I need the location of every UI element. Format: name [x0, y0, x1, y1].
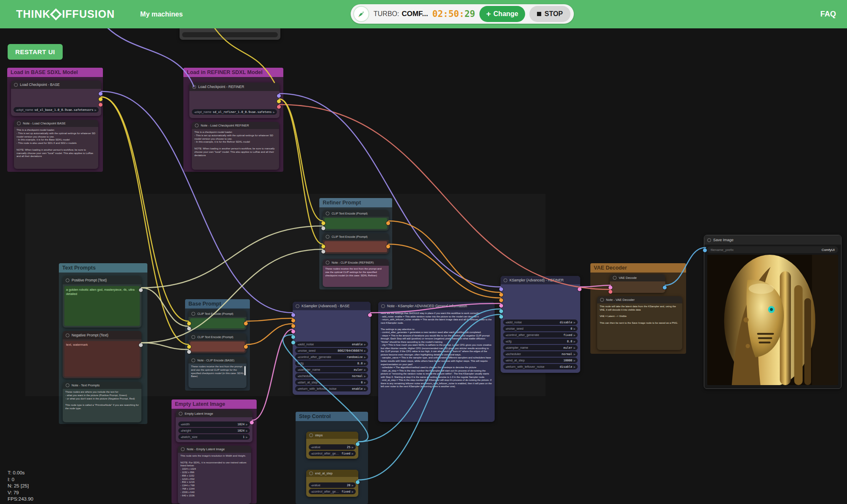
node-end-at-step-primitive[interactable]: end_at_step ◀value20▶◀control_after_gene…	[306, 470, 358, 497]
model-slot[interactable]	[98, 91, 103, 96]
filename-prefix-widget[interactable]: filename_prefix ComfyUI	[707, 246, 838, 253]
collapse-dot[interactable]	[309, 433, 313, 437]
latent-image-slot[interactable]	[291, 329, 296, 334]
increment-arrow-icon[interactable]: ▶	[352, 490, 354, 493]
note-text[interactable]: These nodes receive the text from the pr…	[323, 266, 389, 287]
note-scrollbar[interactable]	[244, 366, 246, 375]
note-text[interactable]: Here are the settings that SHOULD stay i…	[378, 310, 495, 422]
widget-height[interactable]: ◀height1024▶	[178, 428, 250, 433]
text-slot[interactable]	[187, 326, 191, 331]
model-slot[interactable]	[291, 313, 296, 317]
widget-batch_size[interactable]: ◀batch_size1▶	[178, 434, 250, 440]
node-vae-decode[interactable]: VAE Decode	[610, 274, 665, 293]
widget-sampler_name[interactable]: ◀sampler_nameeuler▶	[503, 345, 578, 350]
increment-arrow-icon[interactable]: ▶	[573, 347, 576, 349]
collapse-dot[interactable]	[192, 85, 196, 89]
thinkdiffusion-logo[interactable]: THINK IFFUSION	[16, 8, 115, 20]
int-out-slot[interactable]	[355, 480, 360, 485]
note-text[interactable]: This node will take the latent data from…	[597, 303, 682, 350]
collapse-dot[interactable]	[296, 304, 299, 308]
prompt-text-block[interactable]	[190, 342, 245, 352]
increment-arrow-icon[interactable]: ▶	[573, 353, 576, 355]
prompt-text-block[interactable]	[190, 318, 245, 328]
node-clip-encode-base-negative[interactable]: CLIP Text Encode (Prompt)	[188, 333, 246, 353]
note-text[interactable]: This is a checkpoint model loader. - Thi…	[14, 127, 98, 169]
group-header[interactable]: Step Control	[296, 412, 368, 421]
widget-noise_seed[interactable]: ◀noise_seed86627044366074▶	[295, 348, 368, 353]
widget-width[interactable]: ◀width1024▶	[178, 421, 250, 427]
latent-out-slot[interactable]	[249, 420, 254, 425]
increment-arrow-icon[interactable]: ▶	[246, 430, 248, 432]
group-header[interactable]: Load in REFINER SDXL Model	[183, 68, 283, 77]
increment-arrow-icon[interactable]: ▶	[352, 446, 354, 449]
collapse-dot[interactable]	[326, 261, 329, 264]
collapse-dot[interactable]	[191, 312, 195, 316]
node-save-image[interactable]: Save Image filename_prefix ComfyUI	[704, 235, 841, 389]
node-header[interactable]: KSampler (Advanced) - REFINER	[501, 276, 580, 284]
negative-prompt-textarea[interactable]: text, watermark	[64, 341, 140, 377]
widget-cfg[interactable]: ◀cfg8.0▶	[295, 361, 368, 366]
widget-sampler_name[interactable]: ◀sampler_nameeuler▶	[295, 367, 368, 372]
collapse-dot[interactable]	[191, 358, 195, 362]
node-header[interactable]: CLIP Text Encode (Prompt)	[188, 333, 246, 340]
widget-return_with_leftover_noise[interactable]: ◀return_with_leftover_noisedisable▶	[503, 364, 578, 369]
node-header[interactable]: Load Checkpoint - REFINER	[189, 83, 280, 91]
string-out-slot[interactable]	[138, 288, 143, 292]
positive-slot[interactable]	[499, 292, 504, 297]
positive-slot[interactable]	[291, 318, 296, 323]
widget-scheduler[interactable]: ◀schedulernormal▶	[503, 351, 578, 357]
stop-button[interactable]: STOP	[529, 6, 570, 22]
node-header[interactable]: CLIP Text Encode (Prompt)	[323, 233, 389, 240]
widget-ckpt_name[interactable]: ◀ckpt_namesd_xl_refiner_1.0_0.9vae.safet…	[192, 109, 277, 115]
node-header[interactable]: CLIP Text Encode (Prompt)	[188, 310, 246, 317]
widget-value[interactable]: ◀value25▶	[309, 444, 356, 450]
increment-arrow-icon[interactable]: ▶	[364, 362, 366, 365]
string-out-slot[interactable]	[138, 343, 143, 347]
change-button[interactable]: +Change	[479, 6, 525, 22]
node-note-clip-encode-refiner[interactable]: Note - CLIP Encode (REFINER) These nodes…	[323, 259, 389, 287]
increment-arrow-icon[interactable]: ▶	[573, 366, 576, 368]
widget-add_noise[interactable]: ◀add_noiseenable▶	[295, 342, 368, 347]
collapse-dot[interactable]	[191, 335, 195, 339]
increment-arrow-icon[interactable]: ▶	[573, 340, 576, 343]
widget-return_with_leftover_noise[interactable]: ◀return_with_leftover_noiseenable▶	[295, 386, 368, 391]
note-text[interactable]: This is a checkpoint model loader. - Thi…	[192, 129, 279, 170]
widget-control_after_generate[interactable]: ◀control_after_generatefixed▶	[309, 451, 356, 456]
node-ksampler-advanced-base[interactable]: KSampler (Advanced) - BASE ◀add_noiseena…	[293, 302, 371, 395]
vae-slot[interactable]	[98, 102, 103, 107]
clip-slot[interactable]	[321, 244, 326, 249]
increment-arrow-icon[interactable]: ▶	[246, 436, 248, 438]
collapse-dot[interactable]	[613, 276, 617, 280]
increment-arrow-icon[interactable]: ▶	[364, 356, 366, 358]
vae-slot[interactable]	[277, 105, 281, 109]
node-header[interactable]: Negative Prompt (Text)	[63, 331, 141, 339]
prompt-text-block[interactable]	[324, 241, 387, 252]
group-header[interactable]: Text Prompts	[59, 263, 147, 273]
increment-arrow-icon[interactable]: ▶	[273, 111, 275, 113]
text-slot[interactable]	[187, 350, 191, 354]
increment-arrow-icon[interactable]: ▶	[364, 388, 366, 390]
node-load-checkpoint-base[interactable]: Load Checkpoint - BASE ◀ckpt_namesd_xl_b…	[11, 80, 101, 116]
latent-out-slot[interactable]	[577, 287, 582, 292]
conditioning-slot[interactable]	[244, 344, 248, 349]
collapse-dot[interactable]	[66, 278, 69, 282]
node-header[interactable]: Note - Empty Latent Image	[178, 446, 251, 453]
collapse-dot[interactable]	[66, 333, 69, 337]
group-header[interactable]: Refiner Prompt	[319, 198, 392, 207]
image-out-slot[interactable]	[662, 285, 667, 290]
increment-arrow-icon[interactable]: ▶	[94, 109, 97, 111]
node-note-ksampler-info[interactable]: Note - KSampler ADVANCED General Informa…	[378, 302, 495, 422]
restart-ui-button[interactable]: RESTART UI	[8, 44, 63, 60]
collapse-dot[interactable]	[504, 278, 507, 282]
widget-control_after_generate[interactable]: ◀control_after_generatefixed▶	[503, 332, 578, 338]
steps-slot[interactable]	[499, 309, 504, 314]
int-out-slot[interactable]	[355, 442, 360, 446]
widget-control_after_generate[interactable]: ◀control_after_generaterandomize▶	[295, 354, 368, 360]
node-header[interactable]: Positive Prompt (Text)	[63, 276, 141, 284]
text-slot[interactable]	[321, 226, 326, 231]
node-header[interactable]: Save Image	[704, 235, 841, 245]
comfyui-canvas[interactable]: Load in BASE SDXL Model Load in REFINER …	[0, 0, 847, 504]
increment-arrow-icon[interactable]: ▶	[352, 452, 354, 455]
node-header[interactable]: steps	[306, 432, 358, 439]
increment-arrow-icon[interactable]: ▶	[364, 375, 366, 377]
